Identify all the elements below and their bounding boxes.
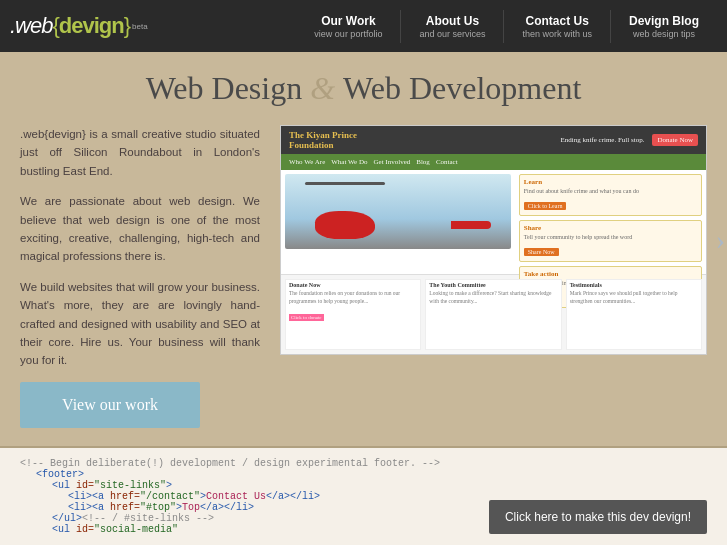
- ss-learn-title: Learn: [524, 178, 697, 186]
- nav-devign-blog-sub: web design tips: [629, 29, 699, 39]
- intro-para-3: We build websites that will grow your bu…: [20, 278, 260, 370]
- code-tag-ul: <ul: [52, 480, 76, 491]
- code-li2-text: Top: [182, 502, 200, 513]
- code-tag-ul-close: >: [166, 480, 172, 491]
- nav-about-us[interactable]: About Us and our services: [401, 10, 504, 43]
- nav-contact-us-sub: then work with us: [522, 29, 592, 39]
- ss-learn-btn: Click to Learn: [524, 202, 567, 210]
- ss-footer-donate-title: Donate Now: [289, 282, 417, 288]
- ss-footer-youth: The Youth Committee Looking to make a di…: [425, 279, 561, 350]
- ss-helicopter-image: [285, 174, 511, 249]
- ss-footer-youth-title: The Youth Committee: [429, 282, 557, 288]
- code-tag-footer: <footer>: [36, 469, 84, 480]
- header: .web{devign} beta Our Work view our port…: [0, 0, 727, 52]
- logo-web: .web: [10, 13, 52, 38]
- code-attr-social: id=: [76, 524, 94, 535]
- code-li2-val: "#top": [140, 502, 176, 513]
- ss-learn-box: Learn Find out about knife crime and wha…: [519, 174, 702, 216]
- nav-contact-us-label: Contact Us: [522, 14, 592, 28]
- nav-our-work-label: Our Work: [314, 14, 382, 28]
- code-tag-social-ul: <ul: [52, 524, 76, 535]
- ss-body: Learn Find out about knife crime and wha…: [281, 170, 706, 274]
- ss-pink-btn: Click to donate: [289, 314, 324, 321]
- ss-nav-contact: Contact: [436, 158, 458, 166]
- ss-footer-test-text: Mark Prince says we should pull together…: [570, 290, 698, 305]
- code-li1-content: <li><a: [68, 491, 110, 502]
- ss-action-title: Take action: [524, 270, 697, 278]
- logo-brace-close: }: [124, 13, 130, 38]
- code-ul-comment: <!-- / #site-links -->: [82, 513, 214, 524]
- nav-devign-blog-label: Devign Blog: [629, 14, 699, 28]
- ss-share-text: Tell your community to help spread the w…: [524, 234, 697, 240]
- intro-para-1: .web{devign} is a small creative studio …: [20, 125, 260, 180]
- ss-footer-testimonials: Testimonials Mark Prince says we should …: [566, 279, 702, 350]
- view-work-button[interactable]: View our work: [20, 382, 200, 428]
- right-column: The Kiyan PrinceFoundation Ending knife …: [280, 125, 707, 355]
- ss-header: The Kiyan PrinceFoundation Ending knife …: [281, 126, 706, 154]
- code-li1-val: "/contact": [140, 491, 200, 502]
- intro-para-2: We are passionate about web design. We b…: [20, 192, 260, 266]
- code-li2-close: </a></li>: [200, 502, 254, 513]
- nav-about-us-sub: and our services: [419, 29, 485, 39]
- heli-tail: [451, 221, 491, 229]
- ss-share-title: Share: [524, 224, 697, 232]
- ss-tagline: Ending knife crime. Full stop.: [365, 136, 644, 144]
- title-part2: Web Development: [343, 70, 581, 106]
- ss-footer-donate-text: The foundation relies on your donations …: [289, 290, 417, 305]
- main-nav: Our Work view our portfolio About Us and…: [296, 10, 717, 43]
- heli-body: [315, 211, 375, 239]
- nav-our-work-sub: view our portfolio: [314, 29, 382, 39]
- code-val-social: "social-media": [94, 524, 178, 535]
- code-tag-ul-end: </ul>: [52, 513, 82, 524]
- main-content: Web Design & Web Development .web{devign…: [0, 52, 727, 438]
- nav-devign-blog[interactable]: Devign Blog web design tips: [611, 10, 717, 43]
- footer-code-area: <!-- Begin deliberate(!) development / d…: [0, 446, 727, 545]
- code-comment: <!-- Begin deliberate(!) development / d…: [20, 458, 440, 469]
- screenshot-inner: The Kiyan PrinceFoundation Ending knife …: [281, 126, 706, 354]
- code-attr-id: id=: [76, 480, 94, 491]
- logo-devign: devign: [59, 13, 124, 38]
- logo-beta: beta: [132, 22, 148, 31]
- code-li2-content: <li><a: [68, 502, 110, 513]
- title-amp: &: [310, 70, 343, 106]
- code-li1-href: href=: [110, 491, 140, 502]
- code-ul-tag: <ul id="site-links">: [20, 480, 707, 491]
- content-row: .web{devign} is a small creative studio …: [20, 125, 707, 428]
- ss-left: [281, 170, 515, 274]
- logo-area[interactable]: .web{devign} beta: [10, 13, 148, 39]
- nav-contact-us[interactable]: Contact Us then work with us: [504, 10, 611, 43]
- code-li2-href: href=: [110, 502, 140, 513]
- nav-about-us-label: About Us: [419, 14, 485, 28]
- ss-nav-get: Get Involved: [374, 158, 411, 166]
- logo[interactable]: .web{devign}: [10, 13, 130, 39]
- page-title: Web Design & Web Development: [20, 70, 707, 107]
- ss-footer-row: Donate Now The foundation relies on your…: [281, 274, 706, 354]
- next-arrow[interactable]: ›: [716, 224, 725, 256]
- title-part1: Web Design: [146, 70, 303, 106]
- ss-footer-donate: Donate Now The foundation relies on your…: [285, 279, 421, 350]
- left-column: .web{devign} is a small creative studio …: [20, 125, 260, 428]
- ss-share-box: Share Tell your community to help spread…: [519, 220, 702, 262]
- code-li1-close: </a></li>: [266, 491, 320, 502]
- portfolio-screenshot: The Kiyan PrinceFoundation Ending knife …: [280, 125, 707, 355]
- ss-footer-youth-text: Looking to make a difference? Start shar…: [429, 290, 557, 305]
- ss-nav: Who We Are What We Do Get Involved Blog …: [281, 154, 706, 170]
- ss-donate-btn: Donate Now: [652, 134, 698, 146]
- nav-our-work[interactable]: Our Work view our portfolio: [296, 10, 401, 43]
- ss-logo: The Kiyan PrinceFoundation: [289, 130, 357, 150]
- code-val-sitelinks: "site-links": [94, 480, 166, 491]
- ss-footer-test-title: Testimonials: [570, 282, 698, 288]
- heli-rotor: [305, 182, 385, 185]
- ss-nav-what: What We Do: [331, 158, 367, 166]
- intro-text: .web{devign} is a small creative studio …: [20, 125, 260, 370]
- ss-nav-blog: Blog: [416, 158, 430, 166]
- ss-learn-text: Find out about knife crime and what you …: [524, 188, 697, 194]
- ss-share-btn: Share Now: [524, 248, 559, 256]
- code-li1-text: Contact Us: [206, 491, 266, 502]
- dev-devign-button[interactable]: Click here to make this dev devign!: [489, 500, 707, 534]
- ss-right: Learn Find out about knife crime and wha…: [515, 170, 706, 274]
- code-footer-tag: <footer>: [20, 469, 707, 480]
- ss-nav-who: Who We Are: [289, 158, 325, 166]
